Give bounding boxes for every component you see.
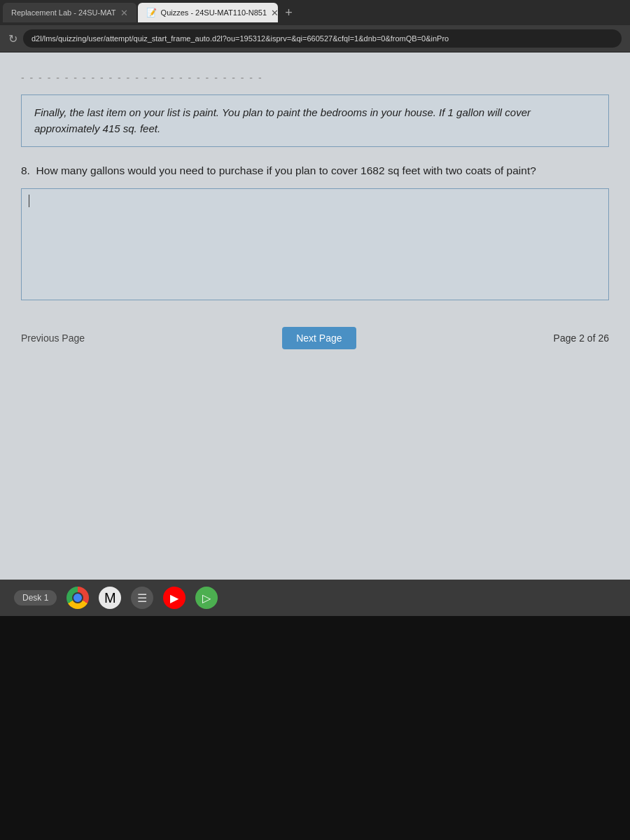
new-tab-button[interactable]: + [279,3,299,22]
question-body: How many gallons would you need to purch… [36,164,536,176]
taskbar-chrome[interactable] [66,587,89,609]
passage-box: Finally, the last item on your list is p… [21,94,609,147]
question-container: 8. How many gallons would you need to pu… [21,162,609,300]
passage-text: Finally, the last item on your list is p… [34,105,596,136]
tab2-close-icon[interactable]: ✕ [271,8,278,18]
page-indicator: Page 2 of 26 [554,332,609,344]
taskbar-youtube[interactable]: ▶ [163,587,186,609]
desk1-button[interactable]: Desk 1 [14,590,57,606]
mail-icon: M [99,587,121,609]
previous-page-button[interactable]: Previous Page [21,332,85,344]
taskbar: Desk 1 M ☰ ▶ ▷ [0,580,630,616]
dark-bottom-area [0,616,630,840]
decorative-lines [21,66,609,88]
chrome-icon [66,587,89,609]
text-cursor [29,195,29,207]
tab2-icon: 📝 [146,8,157,18]
tab-bar: Replacement Lab - 24SU-MAT ✕ 📝 Quizzes -… [0,0,630,25]
address-bar: ↻ [0,25,630,52]
taskbar-mail[interactable]: M [99,587,121,609]
browser-chrome: Replacement Lab - 24SU-MAT ✕ 📝 Quizzes -… [0,0,630,52]
tab1-label: Replacement Lab - 24SU-MAT [11,8,116,17]
page-content: Finally, the last item on your list is p… [0,52,630,631]
address-input[interactable] [23,29,622,48]
next-page-button[interactable]: Next Page [282,327,356,349]
taskbar-play[interactable]: ▷ [195,587,218,609]
list-icon: ☰ [131,587,153,609]
tab-replacement-lab[interactable]: Replacement Lab - 24SU-MAT ✕ [3,3,136,22]
reload-button[interactable]: ↻ [8,32,18,46]
answer-box[interactable] [21,188,609,300]
question-text: 8. How many gallons would you need to pu… [21,162,609,178]
play-icon: ▷ [195,587,218,609]
question-number: 8. [21,164,30,176]
tab2-label: Quizzes - 24SU-MAT110-N851 [161,8,267,17]
tab1-close-icon[interactable]: ✕ [120,8,128,18]
tab-quizzes[interactable]: 📝 Quizzes - 24SU-MAT110-N851 ✕ [138,3,278,22]
youtube-icon: ▶ [163,587,186,609]
navigation-bar: Previous Page Next Page Page 2 of 26 [21,318,609,358]
new-tab-icon: + [285,6,293,20]
taskbar-apps[interactable]: ☰ [131,587,153,609]
